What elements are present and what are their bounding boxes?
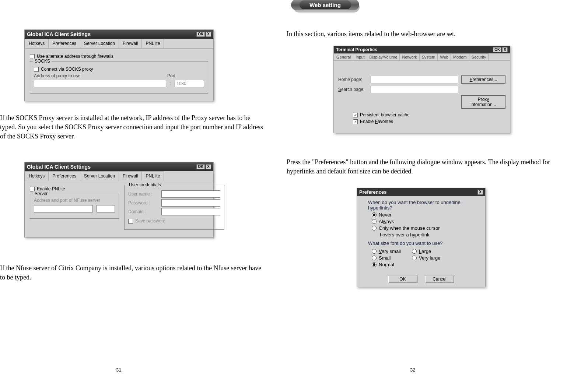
close-button[interactable]: X [206,164,211,169]
hyperlink-question: When do you want the browser to underlin… [368,200,480,211]
radio-very-large[interactable]: Very large [412,255,441,261]
close-button[interactable]: X [502,47,508,52]
tab-display-volume[interactable]: Display/Volume [367,53,400,60]
tab-firewall[interactable]: Firewall [119,171,142,181]
radio-hover-label: Only when the mouse cursor [379,225,440,231]
tab-system[interactable]: System [419,53,438,60]
page-number-right: 32 [410,367,415,373]
home-page-label: Home page: [338,77,368,82]
tab-hotkeys[interactable]: Hotkeys [25,39,49,48]
section-header-label: Web setting [300,0,351,9]
tab-general[interactable]: General [334,53,353,60]
tab-network[interactable]: Network [399,53,419,60]
window-title: Global ICA Client Settings [27,164,91,170]
enable-favorites-checkbox[interactable]: ✓ Enable Favorites [353,119,505,124]
paragraph-socks: If the SOCKS Proxy server is installed a… [0,113,265,141]
checkbox-icon [128,219,133,224]
checkbox-icon [34,67,39,72]
tab-preferences[interactable]: Preferences [48,171,80,181]
tab-web[interactable]: Web [437,53,451,60]
save-password-checkbox[interactable]: Save password [128,218,220,224]
search-page-label: Search page: [338,87,368,92]
ok-button[interactable]: OK [196,32,205,37]
password-input[interactable] [161,199,220,207]
tab-input[interactable]: Input [353,53,367,60]
user-credentials-legend: User credentials [127,182,162,187]
close-button[interactable]: X [477,190,483,195]
tab-server-location[interactable]: Server Location [80,171,119,181]
close-button[interactable]: X [206,32,211,37]
radio-very-small[interactable]: Very small [372,249,401,254]
tab-row: Hotkeys Preferences Server Location Fire… [25,39,213,49]
window-title: Global ICA Client Settings [27,31,91,37]
alt-address-checkbox[interactable]: Use alternate address through firewalls [30,54,208,59]
port-input[interactable] [175,80,204,87]
enable-pnlite-checkbox[interactable]: Enable PNLite [30,186,119,191]
tab-server-location[interactable]: Server Location [80,39,119,48]
ok-button[interactable]: OK [196,164,205,169]
radio-icon [372,249,377,254]
nfuse-port-input[interactable] [97,205,115,212]
preferences-dialog: Preferences X When do you want the brows… [357,188,486,287]
window-titlebar: Global ICA Client Settings OK X [25,162,213,171]
ica-pnlite-dialog: Global ICA Client Settings OK X Hotkeys … [24,162,214,238]
proxy-address-input[interactable] [34,80,166,87]
checkbox-icon [30,187,35,191]
radio-normal[interactable]: Normal [372,262,401,267]
tab-preferences[interactable]: Preferences [48,39,80,48]
radio-icon [372,219,377,224]
checkbox-icon: ✓ [353,119,358,124]
page-number-left: 31 [116,367,121,373]
port-label: Port [167,73,204,78]
connect-via-socks-label: Connect via SOCKS proxy [41,67,93,72]
radio-never[interactable]: Never [372,212,480,218]
tab-pnlite[interactable]: PNL ite [141,171,164,181]
search-page-input[interactable] [371,86,458,93]
nfuse-address-input[interactable] [34,205,93,212]
persistent-cache-label: Persistent browser cache [360,112,410,117]
ica-firewall-dialog: Global ICA Client Settings OK X Hotkeys … [24,29,214,101]
ok-button[interactable]: OK [388,275,417,283]
radio-hover-label-2: hovers over a hyperlink [372,232,480,238]
radio-icon [372,256,377,260]
tab-firewall[interactable]: Firewall [119,39,142,48]
window-titlebar: Global ICA Client Settings OK X [25,30,213,39]
preferences-button[interactable]: Preferences... [461,75,505,84]
username-label: User name : [128,191,158,197]
paragraph-nfuse: If the Nfuse server of Citrix Company is… [0,264,265,282]
proxy-address-label: Address of proxy to use [34,73,164,78]
server-group: Server Address and port of NFuse server [30,194,119,219]
paragraph-web-intro: In this section, various items related t… [287,29,552,39]
server-legend: Server [33,191,49,196]
radio-icon [372,262,377,267]
tab-hotkeys[interactable]: Hotkeys [25,171,49,181]
username-input[interactable] [161,190,220,198]
ok-button[interactable]: OK [493,47,501,52]
tab-modem[interactable]: Modem [451,53,469,60]
radio-hover[interactable]: Only when the mouse cursor [372,225,480,231]
connect-via-socks-checkbox[interactable]: Connect via SOCKS proxy [34,67,204,72]
tab-security[interactable]: Security [469,53,489,60]
enable-favorites-label: Enable Favorites [360,119,393,124]
radio-small[interactable]: Small [372,255,401,261]
domain-label: Domain : [128,209,158,214]
terminal-properties-dialog: Terminal Properties OK X General Input D… [333,46,510,133]
tab-pnlite[interactable]: PNL ite [141,39,164,48]
enable-pnlite-label: Enable PNLite [37,186,65,191]
cancel-button[interactable]: Cancel [425,275,454,283]
nfuse-address-label: Address and port of NFuse server [34,198,115,203]
save-password-label: Save password [135,218,165,224]
window-titlebar: Terminal Properties OK X [334,46,510,53]
radio-icon [412,256,417,260]
radio-icon [372,212,377,217]
home-page-input[interactable] [371,76,458,83]
window-title: Preferences [359,189,386,195]
radio-large[interactable]: Large [412,249,441,254]
window-titlebar: Preferences X [357,188,485,196]
domain-input[interactable] [161,208,220,215]
paragraph-preferences: Press the "Preferences" button and the f… [287,158,559,176]
persistent-cache-checkbox[interactable]: ✓ Persistent browser cache [353,112,505,117]
proxy-info-button[interactable]: Proxy information... [461,95,505,109]
radio-always[interactable]: Always [372,219,480,224]
checkbox-icon [30,54,35,59]
